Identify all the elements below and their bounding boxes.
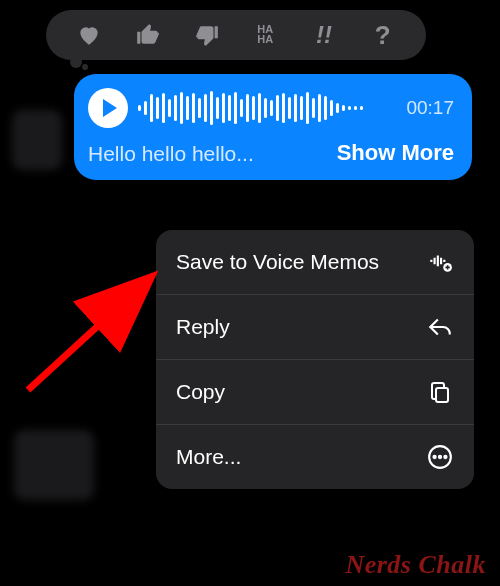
thumbs-down-icon [194,22,220,48]
reaction-bubble-tail [70,56,88,70]
menu-item-label: Copy [176,378,225,405]
more-icon [426,443,454,471]
svg-point-5 [444,456,446,458]
thumbs-up-icon [135,22,161,48]
svg-point-3 [434,456,436,458]
watermark: Nerds Chalk [345,550,486,580]
reaction-thumbs-up[interactable] [127,14,169,56]
context-menu: Save to Voice Memos Reply Copy More... [156,230,474,489]
play-icon [103,99,117,117]
annotation-arrow [18,250,178,400]
reaction-question[interactable]: ? [362,14,404,56]
reply-icon [426,313,454,341]
transcript-preview: Hello hello hello... [88,142,254,166]
show-more-button[interactable]: Show More [337,140,454,166]
waveform[interactable] [138,91,390,125]
heart-icon [76,22,102,48]
play-button[interactable] [88,88,128,128]
reaction-heart[interactable] [68,14,110,56]
menu-item-label: Reply [176,313,230,340]
reaction-thumbs-down[interactable] [186,14,228,56]
reaction-exclaim[interactable]: !! [303,14,345,56]
audio-duration: 00:17 [406,97,454,119]
menu-item-label: More... [176,443,241,470]
reactions-bar: HAHA !! ? [46,10,426,60]
menu-copy[interactable]: Copy [156,360,474,425]
exclaim-icon: !! [316,21,332,49]
voice-memos-icon [426,248,454,276]
menu-item-label: Save to Voice Memos [176,248,379,275]
voice-message-bubble: 00:17 Hello hello hello... Show More [74,74,472,180]
reaction-haha[interactable]: HAHA [244,14,286,56]
copy-icon [426,378,454,406]
question-icon: ? [375,20,391,51]
haha-icon: HAHA [257,25,273,45]
menu-more[interactable]: More... [156,425,474,489]
menu-reply[interactable]: Reply [156,295,474,360]
menu-save-voice-memos[interactable]: Save to Voice Memos [156,230,474,295]
svg-point-4 [439,456,441,458]
svg-rect-1 [436,388,448,402]
svg-line-6 [28,280,148,390]
